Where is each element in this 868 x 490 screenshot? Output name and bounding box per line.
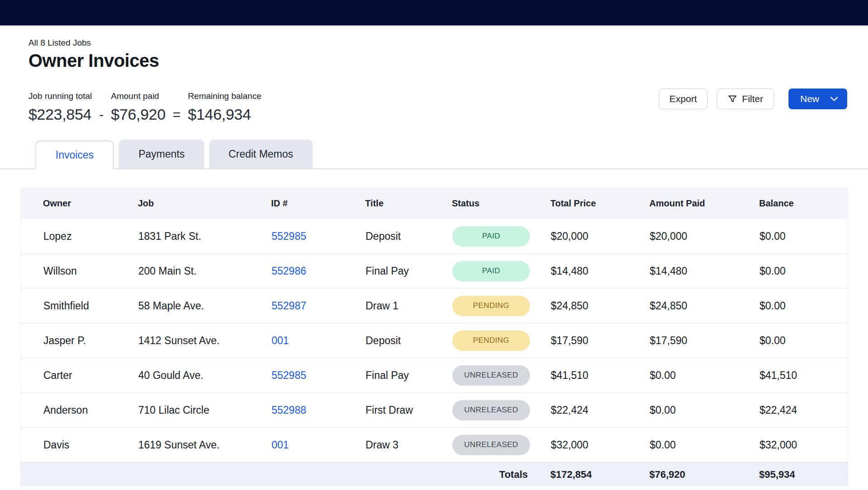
column-header-id-: ID #	[271, 198, 365, 209]
invoice-row[interactable]: Lopez 1831 Park St. 552985 Deposit PAID …	[20, 219, 848, 254]
remaining-balance-label: Remaining balance	[188, 91, 262, 101]
job-cell: 1831 Park St.	[138, 230, 272, 243]
invoice-id-link[interactable]: 552988	[272, 404, 306, 416]
job-cell: 58 Maple Ave.	[138, 300, 272, 312]
job-cell: 1619 Sunset Ave.	[138, 439, 272, 451]
job-cell: 200 Main St.	[138, 265, 272, 277]
column-header-balance: Balance	[759, 198, 848, 209]
column-header-owner: Owner	[20, 198, 138, 209]
total-price-cell: $32,000	[551, 439, 650, 451]
amount-paid-cell: $0.00	[650, 369, 760, 382]
column-header-job: Job	[138, 198, 271, 209]
status-badge: UNRELEASED	[452, 435, 530, 455]
total-price-cell: $22,424	[551, 404, 650, 416]
totals-row: Totals $172,854 $76,920 $95,934	[20, 462, 848, 486]
tab-payments[interactable]: Payments	[119, 140, 204, 168]
equals-operator: =	[173, 107, 181, 122]
page-title: Owner Invoices	[28, 50, 868, 71]
balance-cell: $0.00	[760, 335, 849, 347]
owner-cell: Jasper P.	[21, 335, 138, 347]
status-badge: PENDING	[452, 331, 530, 351]
job-running-total-label: Job running total	[28, 91, 92, 101]
export-button[interactable]: Export	[659, 89, 708, 109]
column-header-amount-paid: Amount Paid	[649, 198, 759, 209]
header-actions: Export Filter New	[659, 89, 847, 109]
remaining-balance-value: $146,934	[188, 106, 262, 123]
total-price-cell: $24,850	[551, 300, 650, 312]
amount-paid-cell: $0.00	[650, 404, 760, 416]
total-price-cell: $41,510	[551, 369, 650, 382]
balance-cell: $22,424	[760, 404, 849, 416]
column-header-total-price: Total Price	[550, 198, 649, 209]
filter-button-label: Filter	[742, 93, 763, 104]
job-cell: 710 Lilac Circle	[138, 404, 272, 416]
column-header-status: Status	[452, 198, 550, 209]
invoice-row[interactable]: Anderson 710 Lilac Circle 552988 First D…	[20, 393, 848, 428]
invoice-row[interactable]: Davis 1619 Sunset Ave. 001 Draw 3 UNRELE…	[20, 428, 848, 462]
amount-paid-label: Amount paid	[111, 91, 166, 101]
invoice-id-link[interactable]: 552986	[272, 265, 306, 277]
status-badge: UNRELEASED	[452, 365, 530, 386]
invoice-id-link[interactable]: 552985	[272, 369, 306, 381]
amount-paid-cell: $24,850	[650, 300, 760, 312]
export-button-label: Export	[670, 93, 697, 104]
owner-cell: Anderson	[21, 404, 138, 416]
title-cell: Final Pay	[366, 265, 452, 277]
amount-paid-cell: $14,480	[650, 265, 760, 277]
chevron-down-icon	[830, 96, 838, 102]
status-badge: PENDING	[452, 296, 530, 316]
status-badge: UNRELEASED	[452, 400, 530, 420]
minus-operator: -	[99, 107, 104, 122]
filter-button[interactable]: Filter	[717, 89, 774, 109]
title-cell: Deposit	[366, 335, 452, 347]
title-cell: Deposit	[366, 230, 452, 243]
totals-balance: $95,934	[759, 469, 848, 481]
owner-invoices-page: All 8 Listed Jobs Owner Invoices Export …	[0, 38, 868, 486]
amount-paid-value: $76,920	[111, 106, 166, 123]
invoices-table: OwnerJobID #TitleStatusTotal PriceAmount…	[20, 187, 848, 486]
amount-paid-cell: $17,590	[650, 335, 760, 347]
owner-cell: Carter	[21, 369, 138, 382]
title-cell: First Draw	[366, 404, 452, 416]
filter-funnel-icon	[727, 94, 737, 104]
title-cell: Draw 1	[366, 300, 452, 312]
balance-cell: $0.00	[760, 300, 849, 312]
invoice-row[interactable]: Carter 40 Gould Ave. 552985 Final Pay UN…	[20, 358, 848, 393]
table-body: Lopez 1831 Park St. 552985 Deposit PAID …	[20, 219, 848, 462]
job-cell: 40 Gould Ave.	[138, 369, 272, 382]
top-navigation-bar	[0, 0, 868, 26]
tab-invoices[interactable]: Invoices	[35, 140, 114, 169]
invoice-id-link[interactable]: 001	[272, 439, 289, 451]
owner-cell: Davis	[21, 439, 138, 451]
page-header: All 8 Listed Jobs Owner Invoices	[0, 38, 868, 71]
status-badge: PAID	[452, 261, 530, 281]
invoice-id-link[interactable]: 552985	[272, 230, 306, 242]
invoice-id-link[interactable]: 001	[272, 335, 289, 346]
invoice-id-link[interactable]: 552987	[272, 300, 306, 312]
total-price-cell: $14,480	[551, 265, 650, 277]
total-price-cell: $20,000	[551, 230, 650, 243]
totals-amount-paid: $76,920	[649, 469, 759, 481]
totals-total-price: $172,854	[550, 469, 649, 481]
tab-bar: InvoicesPaymentsCredit Memos	[0, 140, 868, 169]
invoice-row[interactable]: Willson 200 Main St. 552986 Final Pay PA…	[20, 254, 848, 289]
invoice-row[interactable]: Smithfield 58 Maple Ave. 552987 Draw 1 P…	[20, 289, 848, 323]
balance-cell: $0.00	[760, 265, 849, 277]
title-cell: Final Pay	[366, 369, 452, 382]
balance-cell: $41,510	[760, 369, 849, 382]
total-price-cell: $17,590	[551, 335, 650, 347]
column-header-title: Title	[365, 198, 452, 209]
job-running-total-value: $223,854	[28, 106, 92, 123]
amount-paid-cell: $20,000	[650, 230, 760, 243]
tab-credit-memos[interactable]: Credit Memos	[209, 140, 313, 168]
new-button[interactable]: New	[788, 89, 847, 109]
totals-label: Totals	[452, 469, 550, 481]
status-badge: PAID	[452, 226, 530, 247]
table-header-row: OwnerJobID #TitleStatusTotal PriceAmount…	[20, 187, 848, 219]
amount-paid-cell: $0.00	[650, 439, 760, 451]
balance-cell: $0.00	[760, 230, 849, 243]
job-cell: 1412 Sunset Ave.	[138, 335, 272, 347]
invoice-row[interactable]: Jasper P. 1412 Sunset Ave. 001 Deposit P…	[20, 323, 848, 358]
balance-cell: $32,000	[760, 439, 849, 451]
title-cell: Draw 3	[366, 439, 452, 451]
